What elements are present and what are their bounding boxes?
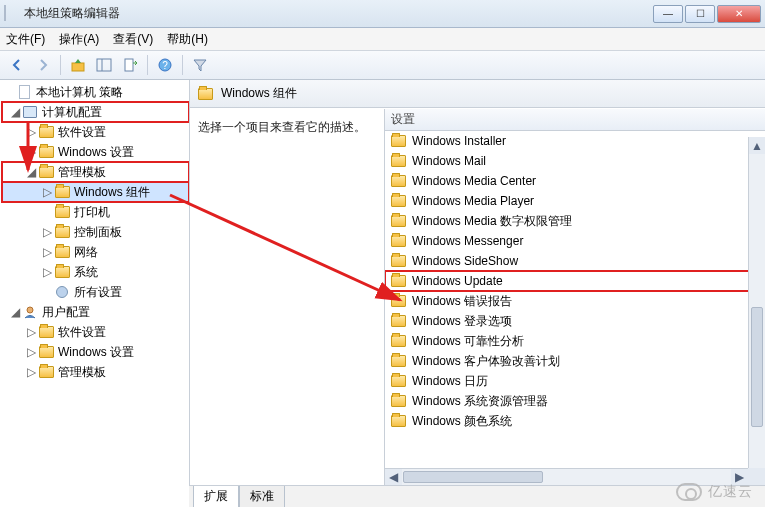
show-hide-tree-button[interactable]	[93, 54, 115, 76]
folder-icon	[391, 395, 406, 407]
folder-icon	[391, 295, 406, 307]
list-item[interactable]: Windows 错误报告	[385, 291, 765, 311]
folder-icon	[54, 204, 70, 220]
scroll-left-icon[interactable]: ◀	[385, 469, 402, 485]
back-button[interactable]	[6, 54, 28, 76]
content-header: Windows 组件	[190, 80, 765, 108]
folder-icon	[391, 215, 406, 227]
vertical-scrollbar[interactable]: ▲ ▼	[748, 137, 765, 485]
scroll-up-icon[interactable]: ▲	[749, 137, 765, 154]
tree-label: 网络	[74, 244, 98, 261]
menu-help[interactable]: 帮助(H)	[167, 31, 208, 48]
tree-label: 管理模板	[58, 164, 106, 181]
list-item[interactable]: Windows Update	[385, 271, 765, 291]
tree-u-admin-templates[interactable]: ▷ 管理模板	[2, 362, 189, 382]
minimize-button[interactable]: —	[653, 5, 683, 23]
list-item[interactable]: Windows Media Player	[385, 191, 765, 211]
tab-standard[interactable]: 标准	[239, 486, 285, 507]
list-item[interactable]: Windows 系统资源管理器	[385, 391, 765, 411]
tree-label: Windows 组件	[74, 184, 150, 201]
svg-rect-3	[125, 59, 133, 71]
list-item[interactable]: Windows Messenger	[385, 231, 765, 251]
tree-windows-settings[interactable]: ▷ Windows 设置	[2, 142, 189, 162]
tree-network[interactable]: ▷ 网络	[2, 242, 189, 262]
toolbar-sep	[182, 55, 183, 75]
export-button[interactable]	[119, 54, 141, 76]
tree-label: Windows 设置	[58, 344, 134, 361]
tree-windows-components[interactable]: ▷ Windows 组件	[2, 182, 189, 202]
list-item[interactable]: Windows 可靠性分析	[385, 331, 765, 351]
list-item-label: Windows SideShow	[412, 254, 518, 268]
app-icon	[4, 6, 20, 22]
tree-system[interactable]: ▷ 系统	[2, 262, 189, 282]
folder-icon	[38, 124, 54, 140]
folder-icon	[391, 335, 406, 347]
list-item[interactable]: Windows Media 数字权限管理	[385, 211, 765, 231]
menu-bar: 文件(F) 操作(A) 查看(V) 帮助(H)	[0, 28, 765, 50]
description-pane: 选择一个项目来查看它的描述。	[190, 109, 385, 507]
watermark: 亿速云	[676, 483, 753, 501]
tree-computer-config[interactable]: ◢ 计算机配置	[2, 102, 189, 122]
folder-icon	[38, 144, 54, 160]
list-column-header[interactable]: 设置	[385, 109, 765, 131]
document-icon	[16, 84, 32, 100]
tree-admin-templates[interactable]: ◢ 管理模板	[2, 162, 189, 182]
list-item[interactable]: Windows 颜色系统	[385, 411, 765, 431]
list-item-label: Windows Mail	[412, 154, 486, 168]
list-item[interactable]: Windows Installer	[385, 131, 765, 151]
tree-printers[interactable]: 打印机	[2, 202, 189, 222]
list-item-label: Windows 颜色系统	[412, 413, 512, 430]
content-title: Windows 组件	[221, 85, 297, 102]
filter-button[interactable]	[189, 54, 211, 76]
tree-label: Windows 设置	[58, 144, 134, 161]
list-item-label: Windows Update	[412, 274, 503, 288]
svg-text:?: ?	[162, 60, 168, 71]
description-text: 选择一个项目来查看它的描述。	[198, 120, 366, 134]
close-button[interactable]: ✕	[717, 5, 761, 23]
tree-label: 用户配置	[42, 304, 90, 321]
tree-label: 控制面板	[74, 224, 122, 241]
list-item[interactable]: Windows Media Center	[385, 171, 765, 191]
list-item-label: Windows Installer	[412, 134, 506, 148]
menu-view[interactable]: 查看(V)	[113, 31, 153, 48]
tree-label: 软件设置	[58, 324, 106, 341]
window-controls: — ☐ ✕	[653, 5, 761, 23]
list-item[interactable]: Windows Mail	[385, 151, 765, 171]
svg-rect-0	[72, 63, 84, 71]
list-item-label: Windows Media 数字权限管理	[412, 213, 572, 230]
help-button[interactable]: ?	[154, 54, 176, 76]
folder-icon	[391, 195, 406, 207]
tree-u-software-settings[interactable]: ▷ 软件设置	[2, 322, 189, 342]
scroll-thumb[interactable]	[751, 307, 763, 427]
list-item[interactable]: Windows SideShow	[385, 251, 765, 271]
tree-control-panel[interactable]: ▷ 控制面板	[2, 222, 189, 242]
tree-software-settings[interactable]: ▷ 软件设置	[2, 122, 189, 142]
folder-icon	[54, 244, 70, 260]
maximize-button[interactable]: ☐	[685, 5, 715, 23]
up-button[interactable]	[67, 54, 89, 76]
content-body: 选择一个项目来查看它的描述。 设置 Windows InstallerWindo…	[190, 108, 765, 507]
tree-root[interactable]: 本地计算机 策略	[2, 82, 189, 102]
tree-root-label: 本地计算机 策略	[36, 84, 123, 101]
folder-icon	[54, 224, 70, 240]
list-item-label: Windows 系统资源管理器	[412, 393, 548, 410]
tab-extended[interactable]: 扩展	[193, 486, 239, 507]
scroll-thumb[interactable]	[403, 471, 543, 483]
tree-all-settings[interactable]: 所有设置	[2, 282, 189, 302]
list-item[interactable]: Windows 客户体验改善计划	[385, 351, 765, 371]
list-item[interactable]: Windows 日历	[385, 371, 765, 391]
computer-icon	[22, 104, 38, 120]
tree-label: 软件设置	[58, 124, 106, 141]
list-item-label: Windows Media Center	[412, 174, 536, 188]
menu-action[interactable]: 操作(A)	[59, 31, 99, 48]
list-item[interactable]: Windows 登录选项	[385, 311, 765, 331]
tree-u-windows-settings[interactable]: ▷ Windows 设置	[2, 342, 189, 362]
folder-icon	[391, 355, 406, 367]
list-item-label: Windows Media Player	[412, 194, 534, 208]
tree-computer-config-label: 计算机配置	[42, 104, 102, 121]
watermark-text: 亿速云	[708, 483, 753, 501]
tree-user-config[interactable]: ◢ 用户配置	[2, 302, 189, 322]
menu-file[interactable]: 文件(F)	[6, 31, 45, 48]
main-split: 本地计算机 策略 ◢ 计算机配置 ▷ 软件设置 ▷ Windows 设置 ◢ 管…	[0, 80, 765, 507]
forward-button[interactable]	[32, 54, 54, 76]
